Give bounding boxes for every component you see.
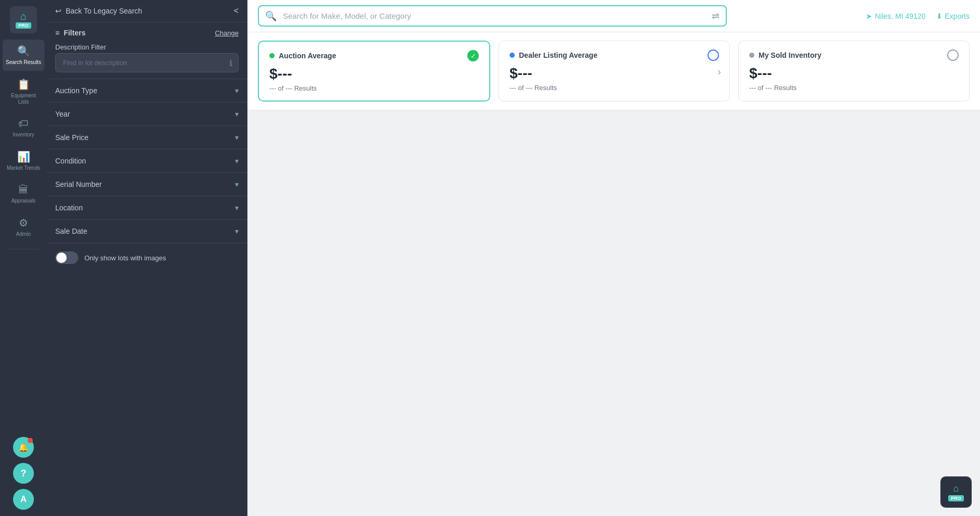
green-dot-icon <box>269 53 275 58</box>
images-toggle[interactable] <box>55 251 78 264</box>
images-toggle-wrap: Only show lots with images <box>47 243 247 272</box>
back-arrow-icon: ↩ <box>55 7 61 15</box>
auction-average-price: $--- <box>269 66 479 82</box>
chevron-down-icon: ▾ <box>235 133 239 142</box>
filter-section-location-header[interactable]: Location ▾ <box>47 196 247 219</box>
nav-bottom: 🔔 ? A <box>13 437 34 510</box>
description-filter-wrap: ℹ <box>55 53 239 72</box>
description-info-icon[interactable]: ℹ <box>229 58 232 68</box>
equipment-lists-icon: 📋 <box>17 78 30 91</box>
chevron-down-icon: ▾ <box>235 157 239 165</box>
filter-section-serial-number-header[interactable]: Serial Number ▾ <box>47 173 247 196</box>
results-area <box>247 110 980 516</box>
chevron-down-icon: ▾ <box>235 86 239 95</box>
description-filter-input[interactable] <box>55 53 239 72</box>
filter-section-sale-date-header[interactable]: Sale Date ▾ <box>47 220 247 243</box>
search-input-wrap: 🔍 ⇌ <box>258 5 727 27</box>
card-title: My Sold Inventory <box>749 51 822 59</box>
sidebar-item-inventory[interactable]: 🏷 Inventory <box>3 112 44 143</box>
filter-sliders-icon[interactable]: ⇌ <box>712 10 720 22</box>
user-avatar[interactable]: A <box>13 489 34 510</box>
market-trends-icon: 📊 <box>17 150 30 163</box>
filter-section-sale-price-header[interactable]: Sale Price ▾ <box>47 126 247 149</box>
sale-date-label: Sale Date <box>55 227 87 235</box>
pro-badge-corner[interactable]: ⌂ PRO <box>940 476 972 508</box>
sidebar-item-equipment-lists[interactable]: 📋 Equipment Lists <box>3 73 44 110</box>
my-sold-inventory-results: --- of --- Results <box>749 84 959 92</box>
sidebar-item-appraisals[interactable]: 🏛 Appraisals <box>3 179 44 209</box>
description-filter-label: Description Filter <box>47 40 247 53</box>
auction-average-label: Auction Average <box>279 52 336 60</box>
dealer-listing-average-label: Dealer Listing Average <box>519 51 598 59</box>
pro-corner-badge: PRO <box>948 495 964 501</box>
back-button-label: Back To Legacy Search <box>66 7 142 15</box>
card-title: Auction Average <box>269 52 336 60</box>
sidebar-nav: ⌂ PRO 🔍 Search Results 📋 Equipment Lists… <box>0 0 47 516</box>
main-content: 🔍 ⇌ ➤ Niles, MI 49120 ⬇ Exports Auction … <box>247 0 980 516</box>
filter-section-serial-number: Serial Number ▾ <box>47 172 247 196</box>
my-sold-inventory-card[interactable]: My Sold Inventory $--- --- of --- Result… <box>738 41 970 102</box>
top-bar-right: ➤ Niles, MI 49120 ⬇ Exports <box>866 12 970 20</box>
card-header: Auction Average ✓ <box>269 50 479 61</box>
logo-icon: ⌂ <box>20 11 27 21</box>
gray-dot-icon <box>749 53 754 58</box>
help-icon: ? <box>21 468 27 479</box>
images-toggle-label: Only show lots with images <box>84 254 166 262</box>
card-header: Dealer Listing Average <box>510 49 719 61</box>
card-title: Dealer Listing Average <box>510 51 598 59</box>
help-button[interactable]: ? <box>13 463 34 484</box>
sale-price-label: Sale Price <box>55 133 89 142</box>
collapse-panel-button[interactable]: < <box>234 6 239 16</box>
chevron-right-icon[interactable]: › <box>717 65 721 77</box>
filter-title-row: ≡ Filters Change <box>47 22 247 40</box>
sidebar-item-label: Appraisals <box>11 198 36 204</box>
auction-average-results: --- of --- Results <box>269 84 479 92</box>
location-value: Niles, MI 49120 <box>875 12 925 20</box>
sidebar-item-label: Equipment Lists <box>6 93 41 105</box>
sidebar-item-admin[interactable]: ⚙ Admin <box>3 211 44 243</box>
circle-icon <box>708 49 719 61</box>
location-display[interactable]: ➤ Niles, MI 49120 <box>866 12 925 20</box>
download-icon: ⬇ <box>936 12 942 20</box>
appraisals-icon: 🏛 <box>18 184 29 196</box>
auction-type-label: Auction Type <box>55 86 97 95</box>
sidebar-item-search-results[interactable]: 🔍 Search Results <box>3 40 44 71</box>
sidebar-item-market-trends[interactable]: 📊 Market Trends <box>3 145 44 177</box>
change-filters-link[interactable]: Change <box>215 29 239 37</box>
nav-divider <box>8 249 39 249</box>
filter-section-sale-price: Sale Price ▾ <box>47 125 247 149</box>
serial-number-label: Serial Number <box>55 180 102 188</box>
chevron-down-icon: ▾ <box>235 204 239 212</box>
back-to-legacy-button[interactable]: ↩ Back To Legacy Search <box>55 7 142 15</box>
blue-dot-icon <box>510 53 515 58</box>
filter-panel-header: ↩ Back To Legacy Search < <box>47 0 247 22</box>
filter-section-condition-header[interactable]: Condition ▾ <box>47 149 247 172</box>
check-circle-icon: ✓ <box>467 50 479 61</box>
filter-section-year-header[interactable]: Year ▾ <box>47 103 247 125</box>
dealer-listing-average-results: --- of --- Results <box>510 84 719 92</box>
logo[interactable]: ⌂ PRO <box>10 6 37 33</box>
export-button[interactable]: ⬇ Exports <box>936 12 970 20</box>
inventory-icon: 🏷 <box>18 118 29 130</box>
notification-badge <box>28 438 33 443</box>
dealer-listing-average-card[interactable]: Dealer Listing Average $--- --- of --- R… <box>499 41 730 102</box>
main-search-input[interactable] <box>258 5 727 27</box>
dealer-listing-average-price: $--- <box>510 65 719 82</box>
export-label: Exports <box>945 12 970 20</box>
filter-section-auction-type-header[interactable]: Auction Type ▾ <box>47 79 247 102</box>
filter-title-label: Filters <box>64 29 85 37</box>
filter-section-year: Year ▾ <box>47 102 247 125</box>
my-sold-inventory-label: My Sold Inventory <box>759 51 822 59</box>
auction-average-card[interactable]: Auction Average ✓ $--- --- of --- Result… <box>258 41 490 102</box>
notifications-button[interactable]: 🔔 <box>13 437 34 458</box>
bell-icon: 🔔 <box>18 443 29 452</box>
sidebar-item-label: Admin <box>16 231 31 237</box>
top-bar: 🔍 ⇌ ➤ Niles, MI 49120 ⬇ Exports <box>247 0 980 32</box>
filter-title: ≡ Filters <box>55 29 85 37</box>
location-label: Location <box>55 204 83 212</box>
filter-section-auction-type: Auction Type ▾ <box>47 79 247 102</box>
filter-section-sale-date: Sale Date ▾ <box>47 219 247 243</box>
pro-badge: PRO <box>16 22 31 29</box>
my-sold-inventory-price: $--- <box>749 65 959 82</box>
avatar-label: A <box>20 495 27 504</box>
